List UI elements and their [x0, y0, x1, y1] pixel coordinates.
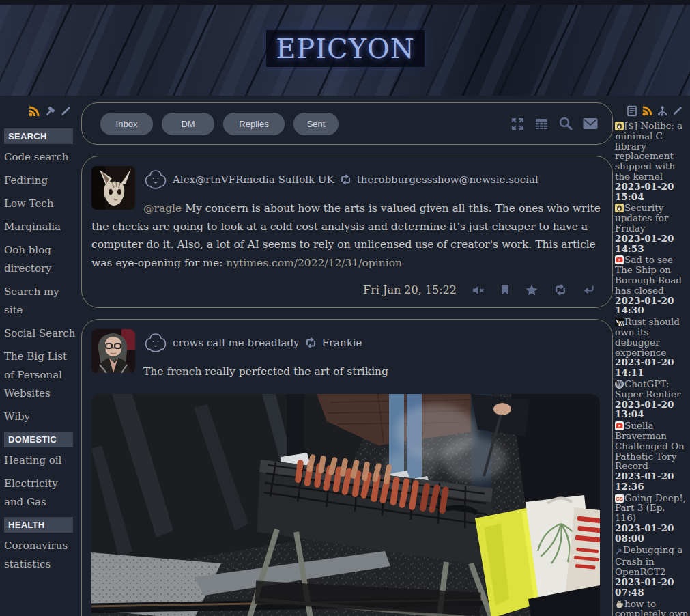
newswire-item: GSGoing Deep!, Part 3 (Ep. 116) 2023-01-… [615, 493, 689, 544]
post-header: crows call me breadlady Frankie [143, 332, 601, 354]
sidebar-section-domestic: DOMESTIC [4, 432, 73, 447]
sidebar-link-social-search[interactable]: Social Search [4, 324, 76, 343]
mention-link[interactable]: @ragle [143, 202, 182, 214]
youtube-icon [615, 255, 624, 264]
newswire-item: Sad to see The Ship on Borough Road has … [615, 255, 689, 316]
newswire-title[interactable]: Sad to see The Ship on Borough Road has … [615, 254, 682, 295]
sidebar-link-ooh-blog-directory[interactable]: Ooh blog directory [4, 241, 76, 278]
newswire-item: WChatGPT: Super Rentier 2023-01-20 13:04 [615, 379, 689, 419]
post-footer: Fri Jan 20, 15:22 [91, 283, 594, 296]
hammer-icon[interactable] [44, 105, 56, 117]
person-dog-icon[interactable] [143, 332, 168, 354]
boost-icon [304, 337, 317, 348]
banner-title-box: EPICYON [266, 30, 425, 67]
app-title: EPICYON [276, 33, 415, 64]
external-link[interactable]: nytimes.com/2022/12/31/opinion [226, 257, 402, 269]
boost-action-icon[interactable] [554, 284, 567, 296]
post-card: crows call me breadlady Frankie The fren… [81, 319, 613, 616]
svg-text:W: W [616, 380, 623, 387]
newswire-title[interactable]: ChatGPT: Super Rentier [615, 378, 680, 400]
tab-replies[interactable]: Replies [223, 113, 285, 135]
left-column: SEARCH Code search Fediring Low Tech Mar… [0, 99, 77, 578]
calendar-icon[interactable] [534, 116, 549, 132]
edit-pen-icon[interactable] [59, 105, 72, 117]
reply-icon[interactable] [583, 285, 594, 295]
post-author[interactable]: Alex@rtnVFRmedia Suffolk UK [173, 173, 334, 186]
tab-inbox[interactable]: Inbox [100, 113, 153, 135]
newswire-date: 2023-01-20 12:36 [615, 471, 689, 492]
bookmark-icon[interactable] [500, 285, 510, 296]
boost-icon [339, 174, 352, 185]
sidebar-link-big-list-personal-websites[interactable]: The Big List of Personal Websites [4, 348, 76, 403]
share-tree-icon[interactable] [657, 105, 668, 117]
left-column-icons [0, 99, 77, 123]
newswire-item: how to completely own an airline in 3 [615, 599, 689, 616]
newswire-icons [615, 99, 689, 121]
timeline-header-icons [510, 115, 599, 132]
post-attachment-image[interactable] [91, 394, 600, 616]
show-dm-envelope-icon[interactable] [582, 117, 599, 130]
post-body: @ragle My concern is about how the arts … [91, 199, 601, 272]
sidebar-link-heating-oil[interactable]: Heating oil [4, 451, 76, 470]
avatar-woman[interactable] [91, 329, 135, 373]
sidebar-link-search-my-site[interactable]: Search my site [4, 283, 76, 320]
post-body: The french really perfected the art of s… [91, 363, 601, 381]
newswire-date: 2023-01-20 15:04 [615, 182, 689, 202]
newswire-item: ↗Debugging a Crash in OpenRCT2 2023-01-2… [615, 545, 689, 598]
cat-favicon [615, 600, 624, 608]
post-author[interactable]: crows call me breadlady [173, 337, 300, 349]
mute-icon[interactable] [472, 285, 485, 296]
newswire-item: Suella Braverman Challenged On Pathetic … [615, 421, 689, 492]
newswire-item: [$] Nolibc: a minimal C-library replacem… [615, 121, 689, 201]
sidebar-link-code-search[interactable]: Code search [4, 148, 76, 167]
sidebar-link-marginalia[interactable]: Marginalia [4, 218, 76, 236]
youtube-icon [615, 421, 624, 430]
sidebar-link-coronavirus-statistics[interactable]: Coronavirus statistics [4, 537, 76, 574]
post-boost-target[interactable]: therobburgessshow@newsie.social [357, 173, 538, 186]
newswire-column: [$] Nolibc: a minimal C-library replacem… [615, 99, 689, 616]
banner-top-strip [0, 0, 690, 5]
expand-icon[interactable] [510, 116, 526, 132]
tab-dm[interactable]: DM [162, 113, 214, 135]
tab-sent[interactable]: Sent [293, 113, 339, 135]
post-timestamp: Fri Jan 20, 15:22 [363, 283, 457, 296]
rss-feed-icon[interactable] [28, 105, 40, 117]
post-text: The french really perfected the art of s… [143, 365, 388, 378]
star-icon[interactable] [526, 284, 538, 296]
avatar-cat[interactable] [91, 166, 135, 210]
lwn-icon [615, 204, 624, 212]
sidebar-section-search: SEARCH [4, 128, 73, 144]
newswire-date: 2023-01-20 13:04 [615, 400, 689, 420]
epicyon-page: EPICYON SEARCH Code search Fediring Low [0, 0, 690, 616]
newswire-title[interactable]: [$] Nolibc: a minimal C-library replacem… [615, 120, 682, 182]
newswire-title[interactable]: Debugging a Crash in OpenRCT2 [615, 544, 682, 578]
sidebar-section-health: HEALTH [4, 517, 73, 533]
external-arrow-icon: ↗ [615, 547, 622, 557]
search-icon[interactable] [558, 115, 574, 132]
newswire-title[interactable]: how to completely own an airline in 3 [615, 598, 688, 616]
newswire-item: Security updates for Friday 2023-01-20 1… [615, 203, 689, 253]
newswire-title[interactable]: Suella Braverman Challenged On Pathetic … [615, 420, 685, 471]
edit-pen-icon[interactable] [672, 105, 683, 117]
sidebar-link-electricity-and-gas[interactable]: Electricity and Gas [4, 475, 76, 512]
newswire-list-icon[interactable] [627, 105, 638, 117]
svg-text:GS: GS [616, 496, 623, 502]
person-dog-icon[interactable] [143, 169, 168, 191]
sidebar-link-fediring[interactable]: Fediring [4, 171, 76, 190]
newswire-date: 2023-01-20 14:11 [615, 357, 689, 378]
newswire-date: 2023-01-20 14:30 [615, 296, 689, 316]
newswire-title[interactable]: Going Deep!, Part 3 (Ep. 116) [615, 492, 686, 524]
sidebar-link-wiby[interactable]: Wiby [4, 408, 76, 426]
rss-feed-icon[interactable] [642, 105, 653, 117]
post-boost-target[interactable]: Frankie [322, 337, 362, 349]
newswire-title[interactable]: Rust should own its debugger experience [615, 316, 680, 357]
newswire-item: YWRust should own its debugger experienc… [615, 317, 689, 378]
timeline-header: Inbox DM Replies Sent [81, 102, 613, 145]
post-header: Alex@rtnVFRmedia Suffolk UK therobburges… [143, 169, 601, 191]
newswire-date: 2023-01-20 14:53 [615, 234, 689, 254]
wordpress-icon: W [615, 380, 624, 389]
profile-banner[interactable]: EPICYON [0, 0, 690, 96]
newswire-date: 2023-01-20 08:00 [615, 523, 689, 544]
sidebar-link-low-tech[interactable]: Low Tech [4, 195, 76, 213]
post-card: Alex@rtnVFRmedia Suffolk UK therobburges… [81, 156, 613, 308]
